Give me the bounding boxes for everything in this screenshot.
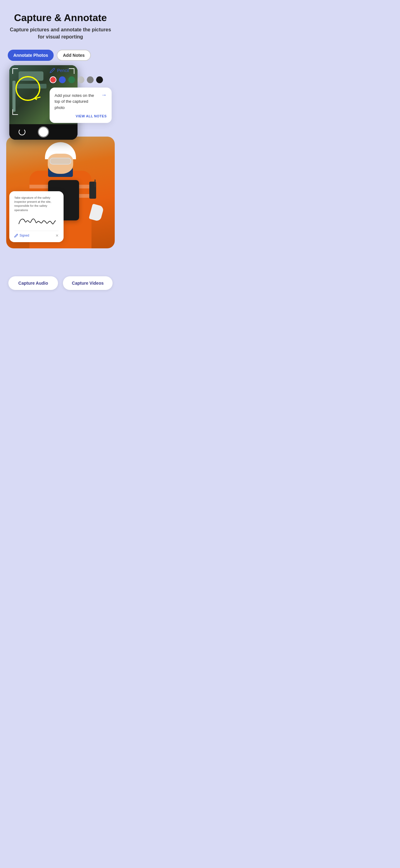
pencil-label-text: Pencil bbox=[57, 68, 69, 73]
worker-photo: Take signature of the safety inspector p… bbox=[6, 136, 115, 248]
color-black[interactable] bbox=[96, 76, 103, 83]
notes-arrow-icon[interactable]: → bbox=[101, 92, 107, 98]
signed-status: Signed bbox=[14, 234, 29, 238]
shutter-button[interactable] bbox=[38, 126, 49, 137]
signature-area bbox=[14, 215, 59, 227]
tab-add-notes[interactable]: Add Notes bbox=[57, 50, 91, 61]
color-gray[interactable] bbox=[87, 76, 94, 83]
capture-videos-button[interactable]: Capture Videos bbox=[63, 276, 112, 290]
corner-bracket-bl bbox=[12, 109, 18, 115]
pencil-tool-label: Pencil bbox=[49, 68, 69, 73]
tabs-row: Annotate Photos Add Notes bbox=[6, 50, 115, 61]
pen-icon bbox=[14, 234, 18, 238]
signature-card: Take signature of the safety inspector p… bbox=[9, 191, 64, 242]
main-content: ↙ Pencil bbox=[6, 65, 115, 293]
color-light-gray[interactable] bbox=[77, 76, 84, 83]
pencil-icon bbox=[49, 68, 55, 73]
capture-audio-button[interactable]: Capture Audio bbox=[8, 276, 58, 290]
bottom-actions: Capture Audio Capture Videos bbox=[6, 276, 115, 293]
header: Capture & Annotate Capture pictures and … bbox=[6, 12, 115, 40]
notes-card: Add your notes on the top of the capture… bbox=[49, 88, 112, 123]
flip-camera-icon[interactable] bbox=[19, 128, 26, 135]
notes-card-header: Add your notes on the top of the capture… bbox=[55, 93, 107, 111]
color-palette bbox=[49, 76, 103, 83]
corner-bracket-tl bbox=[12, 68, 18, 74]
page-title: Capture & Annotate bbox=[6, 12, 115, 23]
view-all-notes-link[interactable]: VIEW ALL NOTES bbox=[55, 114, 107, 118]
signature-drawing bbox=[14, 215, 59, 227]
close-signature-button[interactable]: ✕ bbox=[56, 234, 59, 238]
page-subtitle: Capture pictures and annotate the pictur… bbox=[6, 26, 115, 40]
tab-annotate-photos[interactable]: Annotate Photos bbox=[8, 50, 54, 61]
notes-text: Add your notes on the top of the capture… bbox=[55, 93, 99, 111]
color-red[interactable] bbox=[49, 76, 57, 83]
camera-controls bbox=[9, 124, 77, 140]
color-green[interactable] bbox=[68, 76, 75, 83]
signed-label-text: Signed bbox=[20, 234, 29, 237]
annotation-tools: Pencil Add your notes on the top of the … bbox=[49, 65, 115, 123]
color-blue[interactable] bbox=[59, 76, 66, 83]
signature-instruction: Take signature of the safety inspector p… bbox=[14, 195, 59, 212]
signature-footer: Signed ✕ bbox=[14, 231, 59, 238]
